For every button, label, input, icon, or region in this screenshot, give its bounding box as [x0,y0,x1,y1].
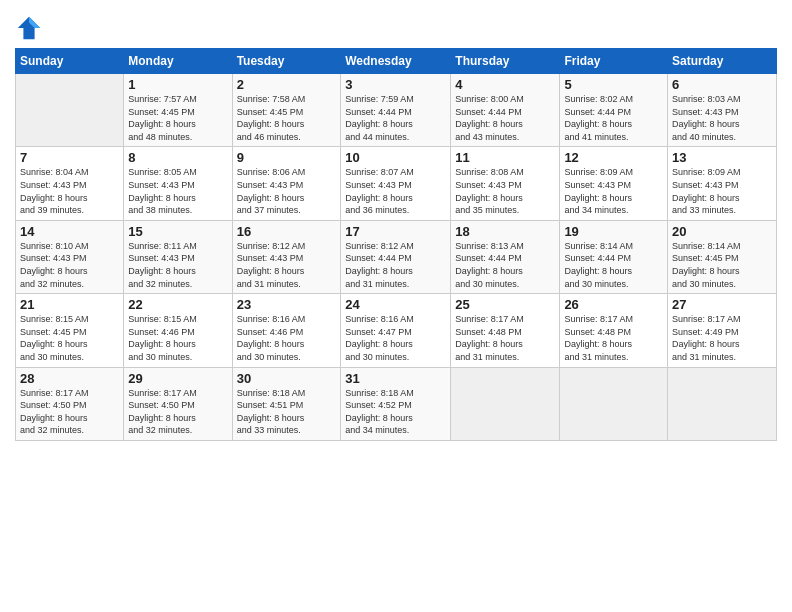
day-info: Sunrise: 8:17 AM Sunset: 4:48 PM Dayligh… [455,313,555,363]
calendar-cell: 19Sunrise: 8:14 AM Sunset: 4:44 PM Dayli… [560,220,668,293]
day-number: 29 [128,371,227,386]
day-number: 12 [564,150,663,165]
week-row-2: 14Sunrise: 8:10 AM Sunset: 4:43 PM Dayli… [16,220,777,293]
calendar-cell: 5Sunrise: 8:02 AM Sunset: 4:44 PM Daylig… [560,74,668,147]
calendar-cell [668,367,777,440]
day-number: 22 [128,297,227,312]
day-number: 28 [20,371,119,386]
col-wednesday: Wednesday [341,49,451,74]
day-number: 31 [345,371,446,386]
calendar-cell: 16Sunrise: 8:12 AM Sunset: 4:43 PM Dayli… [232,220,341,293]
day-info: Sunrise: 8:14 AM Sunset: 4:44 PM Dayligh… [564,240,663,290]
day-info: Sunrise: 7:59 AM Sunset: 4:44 PM Dayligh… [345,93,446,143]
day-info: Sunrise: 7:57 AM Sunset: 4:45 PM Dayligh… [128,93,227,143]
day-number: 11 [455,150,555,165]
day-info: Sunrise: 8:08 AM Sunset: 4:43 PM Dayligh… [455,166,555,216]
day-number: 18 [455,224,555,239]
calendar-cell: 30Sunrise: 8:18 AM Sunset: 4:51 PM Dayli… [232,367,341,440]
day-number: 6 [672,77,772,92]
calendar-cell: 2Sunrise: 7:58 AM Sunset: 4:45 PM Daylig… [232,74,341,147]
day-info: Sunrise: 8:14 AM Sunset: 4:45 PM Dayligh… [672,240,772,290]
calendar-cell: 11Sunrise: 8:08 AM Sunset: 4:43 PM Dayli… [451,147,560,220]
day-info: Sunrise: 8:04 AM Sunset: 4:43 PM Dayligh… [20,166,119,216]
day-number: 24 [345,297,446,312]
calendar-table: Sunday Monday Tuesday Wednesday Thursday… [15,48,777,441]
calendar-cell: 3Sunrise: 7:59 AM Sunset: 4:44 PM Daylig… [341,74,451,147]
day-number: 5 [564,77,663,92]
day-number: 23 [237,297,337,312]
calendar-cell: 27Sunrise: 8:17 AM Sunset: 4:49 PM Dayli… [668,294,777,367]
header-row: Sunday Monday Tuesday Wednesday Thursday… [16,49,777,74]
day-info: Sunrise: 8:00 AM Sunset: 4:44 PM Dayligh… [455,93,555,143]
day-info: Sunrise: 8:06 AM Sunset: 4:43 PM Dayligh… [237,166,337,216]
day-info: Sunrise: 8:17 AM Sunset: 4:49 PM Dayligh… [672,313,772,363]
calendar-cell: 25Sunrise: 8:17 AM Sunset: 4:48 PM Dayli… [451,294,560,367]
col-tuesday: Tuesday [232,49,341,74]
logo-icon [15,14,43,42]
logo [15,14,47,42]
day-info: Sunrise: 8:17 AM Sunset: 4:50 PM Dayligh… [20,387,119,437]
calendar-cell: 10Sunrise: 8:07 AM Sunset: 4:43 PM Dayli… [341,147,451,220]
day-number: 13 [672,150,772,165]
calendar-cell: 18Sunrise: 8:13 AM Sunset: 4:44 PM Dayli… [451,220,560,293]
day-number: 15 [128,224,227,239]
calendar-cell: 9Sunrise: 8:06 AM Sunset: 4:43 PM Daylig… [232,147,341,220]
day-info: Sunrise: 8:17 AM Sunset: 4:48 PM Dayligh… [564,313,663,363]
day-info: Sunrise: 8:13 AM Sunset: 4:44 PM Dayligh… [455,240,555,290]
calendar-cell: 15Sunrise: 8:11 AM Sunset: 4:43 PM Dayli… [124,220,232,293]
calendar-cell: 12Sunrise: 8:09 AM Sunset: 4:43 PM Dayli… [560,147,668,220]
calendar-cell: 20Sunrise: 8:14 AM Sunset: 4:45 PM Dayli… [668,220,777,293]
day-number: 4 [455,77,555,92]
day-info: Sunrise: 8:11 AM Sunset: 4:43 PM Dayligh… [128,240,227,290]
day-number: 19 [564,224,663,239]
day-number: 3 [345,77,446,92]
day-info: Sunrise: 8:15 AM Sunset: 4:46 PM Dayligh… [128,313,227,363]
col-friday: Friday [560,49,668,74]
day-info: Sunrise: 8:15 AM Sunset: 4:45 PM Dayligh… [20,313,119,363]
calendar-cell: 1Sunrise: 7:57 AM Sunset: 4:45 PM Daylig… [124,74,232,147]
calendar-cell: 4Sunrise: 8:00 AM Sunset: 4:44 PM Daylig… [451,74,560,147]
calendar-cell: 17Sunrise: 8:12 AM Sunset: 4:44 PM Dayli… [341,220,451,293]
day-info: Sunrise: 8:17 AM Sunset: 4:50 PM Dayligh… [128,387,227,437]
day-number: 14 [20,224,119,239]
calendar-cell: 23Sunrise: 8:16 AM Sunset: 4:46 PM Dayli… [232,294,341,367]
calendar-cell: 8Sunrise: 8:05 AM Sunset: 4:43 PM Daylig… [124,147,232,220]
header [15,10,777,42]
week-row-1: 7Sunrise: 8:04 AM Sunset: 4:43 PM Daylig… [16,147,777,220]
day-number: 27 [672,297,772,312]
calendar-cell: 28Sunrise: 8:17 AM Sunset: 4:50 PM Dayli… [16,367,124,440]
day-info: Sunrise: 8:07 AM Sunset: 4:43 PM Dayligh… [345,166,446,216]
calendar-cell: 26Sunrise: 8:17 AM Sunset: 4:48 PM Dayli… [560,294,668,367]
calendar-cell: 31Sunrise: 8:18 AM Sunset: 4:52 PM Dayli… [341,367,451,440]
day-number: 8 [128,150,227,165]
calendar-cell: 14Sunrise: 8:10 AM Sunset: 4:43 PM Dayli… [16,220,124,293]
day-info: Sunrise: 8:05 AM Sunset: 4:43 PM Dayligh… [128,166,227,216]
calendar-cell: 29Sunrise: 8:17 AM Sunset: 4:50 PM Dayli… [124,367,232,440]
page-container: Sunday Monday Tuesday Wednesday Thursday… [0,0,792,612]
day-info: Sunrise: 8:18 AM Sunset: 4:51 PM Dayligh… [237,387,337,437]
calendar-cell: 21Sunrise: 8:15 AM Sunset: 4:45 PM Dayli… [16,294,124,367]
day-info: Sunrise: 8:09 AM Sunset: 4:43 PM Dayligh… [564,166,663,216]
day-number: 30 [237,371,337,386]
calendar-cell [451,367,560,440]
calendar-cell: 6Sunrise: 8:03 AM Sunset: 4:43 PM Daylig… [668,74,777,147]
day-number: 21 [20,297,119,312]
day-number: 25 [455,297,555,312]
week-row-0: 1Sunrise: 7:57 AM Sunset: 4:45 PM Daylig… [16,74,777,147]
calendar-cell: 7Sunrise: 8:04 AM Sunset: 4:43 PM Daylig… [16,147,124,220]
day-info: Sunrise: 8:02 AM Sunset: 4:44 PM Dayligh… [564,93,663,143]
col-thursday: Thursday [451,49,560,74]
col-monday: Monday [124,49,232,74]
calendar-cell: 13Sunrise: 8:09 AM Sunset: 4:43 PM Dayli… [668,147,777,220]
day-info: Sunrise: 8:03 AM Sunset: 4:43 PM Dayligh… [672,93,772,143]
calendar-cell [560,367,668,440]
day-info: Sunrise: 8:12 AM Sunset: 4:44 PM Dayligh… [345,240,446,290]
day-number: 1 [128,77,227,92]
col-sunday: Sunday [16,49,124,74]
calendar-cell: 24Sunrise: 8:16 AM Sunset: 4:47 PM Dayli… [341,294,451,367]
day-info: Sunrise: 7:58 AM Sunset: 4:45 PM Dayligh… [237,93,337,143]
day-number: 9 [237,150,337,165]
day-info: Sunrise: 8:16 AM Sunset: 4:47 PM Dayligh… [345,313,446,363]
day-info: Sunrise: 8:09 AM Sunset: 4:43 PM Dayligh… [672,166,772,216]
day-info: Sunrise: 8:18 AM Sunset: 4:52 PM Dayligh… [345,387,446,437]
